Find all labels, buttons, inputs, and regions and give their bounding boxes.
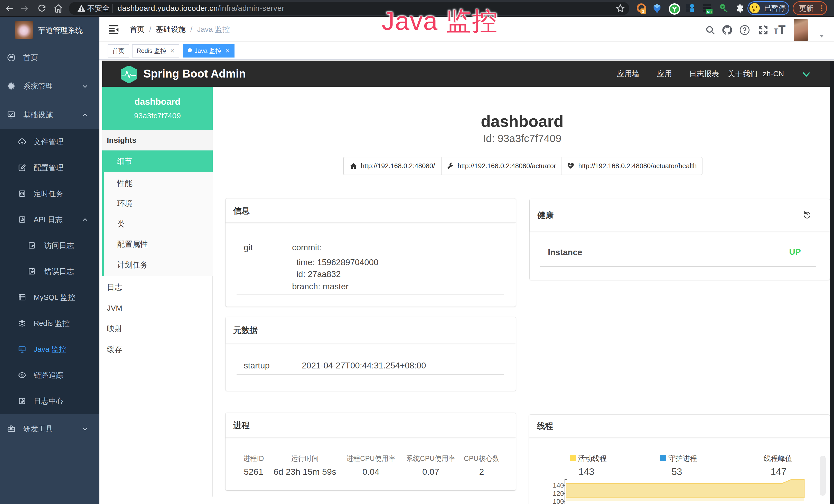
svg-text:1: 1 — [642, 9, 644, 14]
svg-text:on: on — [707, 9, 712, 14]
